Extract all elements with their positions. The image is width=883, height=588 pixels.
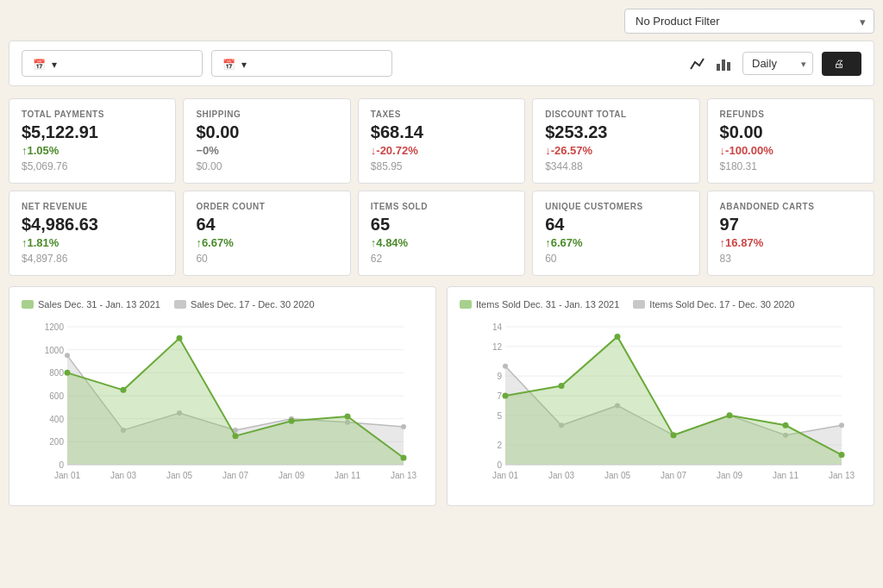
metric-value: $0.00 [196, 122, 337, 142]
metric-card-items-sold: ITEMS SOLD 65 ↑4.84% 62 [358, 191, 525, 276]
metric-card-order-count: ORDER COUNT 64 ↑6.67% 60 [183, 191, 350, 276]
svg-marker-25 [67, 338, 404, 465]
svg-rect-2 [727, 62, 730, 71]
svg-text:14: 14 [492, 322, 503, 332]
metric-prev: 60 [545, 253, 686, 265]
metric-change: ↓-20.72% [371, 144, 512, 157]
svg-text:600: 600 [49, 391, 64, 401]
svg-text:1200: 1200 [45, 322, 65, 332]
svg-text:800: 800 [49, 368, 64, 378]
metric-prev: $5,069.76 [22, 160, 163, 172]
metric-change: ↓-100.00% [720, 144, 861, 157]
svg-text:7: 7 [497, 391, 502, 401]
svg-text:2: 2 [497, 441, 502, 450]
metric-card-total-payments: TOTAL PAYMENTS $5,122.91 ↑1.05% $5,069.7… [9, 98, 176, 184]
metric-prev: $0.00 [196, 160, 337, 172]
svg-point-65 [559, 383, 565, 389]
svg-text:Jan 11: Jan 11 [335, 471, 360, 480]
export-report-button[interactable]: 🖨 [822, 52, 861, 76]
svg-text:0: 0 [497, 460, 502, 470]
line-chart-icon[interactable] [687, 53, 708, 74]
metric-value: 65 [371, 215, 512, 235]
legend-box [22, 300, 34, 309]
chart-card-1: Items Sold Dec. 31 - Jan. 13 2021 Items … [447, 286, 874, 506]
chart-legend: Sales Dec. 31 - Jan. 13 2021 Sales Dec. … [22, 299, 423, 310]
svg-point-66 [615, 334, 621, 340]
svg-text:Jan 03: Jan 03 [548, 471, 574, 480]
svg-text:Jan 13: Jan 13 [829, 471, 855, 480]
legend-label: Items Sold Dec. 31 - Jan. 13 2021 [476, 299, 619, 310]
svg-text:Jan 07: Jan 07 [661, 471, 686, 480]
metric-label: ORDER COUNT [196, 202, 337, 211]
compare-to-block[interactable]: 📅 ▾ [211, 50, 392, 77]
metric-change: ↑6.67% [545, 236, 686, 249]
metric-label: UNIQUE CUSTOMERS [545, 202, 686, 211]
svg-point-69 [783, 422, 789, 428]
svg-text:Jan 11: Jan 11 [773, 471, 798, 480]
product-filter-wrapper: No Product Filter [624, 9, 874, 34]
svg-marker-63 [505, 336, 842, 465]
metric-label: TOTAL PAYMENTS [22, 109, 163, 119]
metric-value: $253.23 [545, 122, 686, 142]
legend-item: Sales Dec. 31 - Jan. 13 2021 [22, 299, 160, 310]
legend-item: Sales Dec. 17 - Dec. 30 2020 [174, 299, 315, 310]
chart-svg: 025791214Jan 01Jan 03Jan 05Jan 07Jan 09J… [460, 318, 861, 491]
date-range-block[interactable]: 📅 ▾ [22, 50, 203, 77]
metric-label: ITEMS SOLD [371, 202, 512, 211]
calendar-icon: 📅 [33, 59, 46, 71]
metric-label: TAXES [371, 109, 512, 119]
svg-point-32 [401, 455, 407, 461]
bar-chart-icon[interactable] [713, 53, 734, 74]
export-icon: 🖨 [834, 58, 844, 70]
svg-text:Jan 05: Jan 05 [166, 471, 192, 480]
svg-rect-1 [722, 59, 725, 71]
metric-card-refunds: REFUNDS $0.00 ↓-100.00% $180.31 [707, 98, 874, 184]
metric-card-shipping: SHIPPING $0.00 −0% $0.00 [183, 98, 350, 184]
metric-label: ABANDONED CARTS [720, 202, 861, 211]
product-filter-select[interactable]: No Product Filter [624, 9, 874, 34]
svg-text:Jan 13: Jan 13 [391, 471, 416, 480]
metric-label: DISCOUNT TOTAL [545, 109, 686, 119]
svg-text:Jan 09: Jan 09 [279, 471, 304, 480]
metric-prev: 83 [720, 253, 861, 265]
chart-type-icons [687, 53, 734, 74]
metric-value: $4,986.63 [22, 215, 163, 235]
svg-point-28 [177, 335, 183, 341]
interval-select[interactable]: Daily Weekly Monthly [742, 52, 813, 75]
svg-point-67 [671, 432, 677, 438]
svg-text:5: 5 [497, 411, 502, 421]
metric-value: $0.00 [720, 122, 861, 142]
metrics-grid-row1: TOTAL PAYMENTS $5,122.91 ↑1.05% $5,069.7… [9, 98, 874, 276]
metric-card-discount-total: DISCOUNT TOTAL $253.23 ↓-26.57% $344.88 [532, 98, 699, 184]
svg-point-29 [233, 433, 239, 439]
legend-label: Sales Dec. 31 - Jan. 13 2021 [38, 299, 160, 310]
metric-card-abandoned-carts: ABANDONED CARTS 97 ↑16.87% 83 [707, 191, 874, 276]
toolbar: 📅 ▾ 📅 ▾ Daily Weekly Monthly [9, 41, 874, 86]
metric-prev: $180.31 [720, 160, 861, 172]
svg-text:200: 200 [49, 437, 64, 447]
metric-prev: 62 [371, 253, 512, 265]
legend-item: Items Sold Dec. 17 - Dec. 30 2020 [633, 299, 794, 310]
svg-text:1000: 1000 [45, 346, 65, 355]
metric-value: $68.14 [371, 122, 512, 142]
charts-grid: Sales Dec. 31 - Jan. 13 2021 Sales Dec. … [9, 286, 874, 506]
legend-label: Items Sold Dec. 17 - Dec. 30 2020 [649, 299, 794, 310]
metric-card-unique-customers: UNIQUE CUSTOMERS 64 ↑6.67% 60 [532, 191, 699, 276]
svg-text:9: 9 [497, 372, 502, 381]
metric-card-taxes: TAXES $68.14 ↓-20.72% $85.95 [358, 98, 525, 184]
top-filter-bar: No Product Filter [9, 9, 874, 34]
metric-prev: $85.95 [371, 160, 512, 172]
legend-label: Sales Dec. 17 - Dec. 30 2020 [191, 299, 315, 310]
svg-point-26 [65, 370, 71, 376]
interval-select-wrapper: Daily Weekly Monthly [742, 52, 813, 75]
metric-prev: $4,897.86 [22, 253, 163, 265]
svg-point-18 [65, 353, 70, 358]
svg-text:Jan 01: Jan 01 [492, 471, 518, 480]
svg-point-56 [503, 364, 508, 369]
svg-point-24 [401, 424, 406, 429]
metric-change: ↓-26.57% [545, 144, 686, 157]
svg-point-62 [839, 422, 844, 428]
svg-text:12: 12 [492, 342, 503, 352]
svg-text:400: 400 [49, 415, 64, 424]
svg-point-64 [503, 393, 509, 399]
